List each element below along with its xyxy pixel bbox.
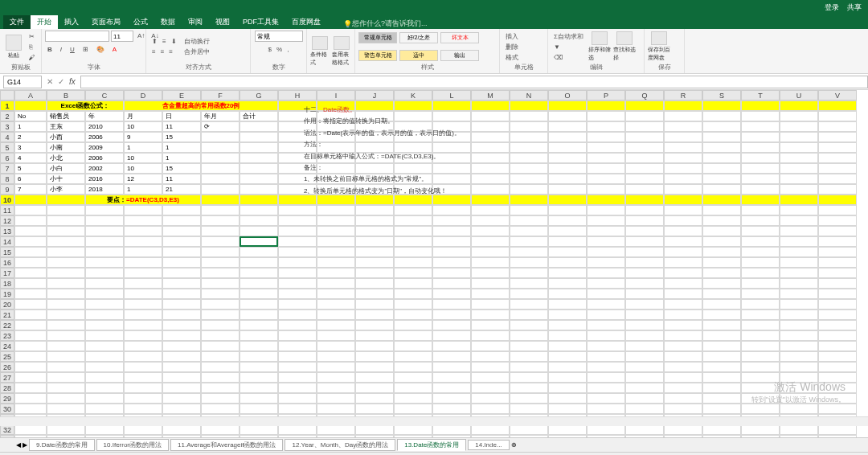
cell-H30[interactable] bbox=[278, 404, 317, 414]
cell-V29[interactable] bbox=[818, 393, 857, 404]
cell-B16[interactable] bbox=[47, 257, 85, 268]
cell-U12[interactable] bbox=[780, 215, 818, 226]
col-header-K[interactable]: K bbox=[394, 90, 432, 100]
cell-D21[interactable] bbox=[124, 309, 162, 320]
cell-K18[interactable] bbox=[394, 278, 432, 289]
cell-U11[interactable] bbox=[780, 205, 818, 215]
cell-S5[interactable] bbox=[702, 142, 741, 153]
cell-P18[interactable] bbox=[587, 278, 625, 289]
cell-Q21[interactable] bbox=[625, 309, 664, 320]
enter-icon[interactable]: ✓ bbox=[58, 77, 64, 86]
cell-N29[interactable] bbox=[510, 393, 548, 404]
cell-U5[interactable] bbox=[780, 142, 818, 153]
style-output[interactable]: 输出 bbox=[440, 50, 479, 61]
sheet-tab-13[interactable]: 13.Date函数的常用 bbox=[397, 439, 466, 451]
cell-V12[interactable] bbox=[818, 215, 857, 226]
cell-O20[interactable] bbox=[548, 299, 587, 309]
cell-B3[interactable]: 王东 bbox=[47, 121, 85, 132]
cell-V16[interactable] bbox=[818, 257, 857, 268]
worksheet-area[interactable]: ABCDEFGHIJKLMNOPQRSTUV1Excel函数公式：含金量超高的常… bbox=[0, 90, 868, 437]
cell-S21[interactable] bbox=[702, 309, 741, 320]
cell-V17[interactable] bbox=[818, 268, 857, 278]
cell-S7[interactable] bbox=[702, 163, 741, 174]
cell-G7[interactable] bbox=[240, 163, 278, 174]
cell-C3[interactable]: 2010 bbox=[85, 121, 124, 132]
cell-N3[interactable] bbox=[510, 121, 548, 132]
cell-L14[interactable] bbox=[432, 236, 471, 247]
cell-V8[interactable] bbox=[818, 174, 857, 184]
cell-O5[interactable] bbox=[548, 142, 587, 153]
cell-D19[interactable] bbox=[124, 289, 162, 299]
row-header-27[interactable]: 27 bbox=[0, 372, 14, 383]
cell-G19[interactable] bbox=[240, 289, 278, 299]
align-left[interactable]: ≡ bbox=[149, 47, 158, 57]
cell-F15[interactable] bbox=[201, 247, 240, 257]
cell-K11[interactable] bbox=[394, 205, 432, 215]
cell-F2[interactable]: 年月 bbox=[201, 111, 240, 121]
cell-A19[interactable] bbox=[14, 289, 47, 299]
cell-J17[interactable] bbox=[355, 268, 394, 278]
cell-U17[interactable] bbox=[780, 268, 818, 278]
cell-F26[interactable] bbox=[201, 362, 240, 372]
cell-H12[interactable] bbox=[278, 215, 317, 226]
cell-F29[interactable] bbox=[201, 393, 240, 404]
cell-O30[interactable] bbox=[548, 404, 587, 414]
cell-J28[interactable] bbox=[355, 383, 394, 393]
cell-O11[interactable] bbox=[548, 205, 587, 215]
cell-B8[interactable]: 小十 bbox=[47, 174, 85, 184]
cell-P16[interactable] bbox=[587, 257, 625, 268]
cell-M13[interactable] bbox=[471, 226, 510, 236]
cell-C4[interactable]: 2006 bbox=[85, 132, 124, 142]
cell-P26[interactable] bbox=[587, 362, 625, 372]
cell-N33[interactable] bbox=[510, 435, 548, 437]
cell-F17[interactable] bbox=[201, 268, 240, 278]
cell-S15[interactable] bbox=[702, 247, 741, 257]
cell-Q8[interactable] bbox=[625, 174, 664, 184]
cell-R28[interactable] bbox=[664, 383, 702, 393]
cell-L18[interactable] bbox=[432, 278, 471, 289]
border-button[interactable]: ⊞ bbox=[80, 44, 91, 54]
cell-Q28[interactable] bbox=[625, 383, 664, 393]
cell-O29[interactable] bbox=[548, 393, 587, 404]
cell-B11[interactable] bbox=[47, 205, 85, 215]
cell-Q24[interactable] bbox=[625, 341, 664, 351]
cell-L15[interactable] bbox=[432, 247, 471, 257]
cell-K13[interactable] bbox=[394, 226, 432, 236]
cell-M9[interactable] bbox=[471, 184, 510, 195]
cell-L24[interactable] bbox=[432, 341, 471, 351]
cell-T26[interactable] bbox=[741, 362, 780, 372]
cell-P27[interactable] bbox=[587, 372, 625, 383]
cell-F4[interactable] bbox=[201, 132, 240, 142]
tab-home[interactable]: 开始 bbox=[31, 15, 58, 29]
cell-R27[interactable] bbox=[664, 372, 702, 383]
cell-A17[interactable] bbox=[14, 268, 47, 278]
cell-B25[interactable] bbox=[47, 351, 85, 362]
cell-I27[interactable] bbox=[317, 372, 355, 383]
cell-P9[interactable] bbox=[587, 184, 625, 195]
cell-T15[interactable] bbox=[741, 247, 780, 257]
cell-J20[interactable] bbox=[355, 299, 394, 309]
cell-R11[interactable] bbox=[664, 205, 702, 215]
cell-C15[interactable] bbox=[85, 247, 124, 257]
cell-T4[interactable] bbox=[741, 132, 780, 142]
cell-K12[interactable] bbox=[394, 215, 432, 226]
cell-N24[interactable] bbox=[510, 341, 548, 351]
cell-S22[interactable] bbox=[702, 320, 741, 330]
cell-R16[interactable] bbox=[664, 257, 702, 268]
cell-I14[interactable] bbox=[317, 236, 355, 247]
cell-U13[interactable] bbox=[780, 226, 818, 236]
cell-E16[interactable] bbox=[162, 257, 201, 268]
cell-P6[interactable] bbox=[587, 153, 625, 163]
cell-L30[interactable] bbox=[432, 404, 471, 414]
cell-S8[interactable] bbox=[702, 174, 741, 184]
cell-Q2[interactable] bbox=[625, 111, 664, 121]
cell-D29[interactable] bbox=[124, 393, 162, 404]
cell-S16[interactable] bbox=[702, 257, 741, 268]
cell-K27[interactable] bbox=[394, 372, 432, 383]
cell-A10[interactable] bbox=[14, 195, 47, 205]
cell-V22[interactable] bbox=[818, 320, 857, 330]
cell-D28[interactable] bbox=[124, 383, 162, 393]
cell-B19[interactable] bbox=[47, 289, 85, 299]
style-warning[interactable]: 警告单元格 bbox=[358, 50, 397, 61]
cell-H21[interactable] bbox=[278, 309, 317, 320]
